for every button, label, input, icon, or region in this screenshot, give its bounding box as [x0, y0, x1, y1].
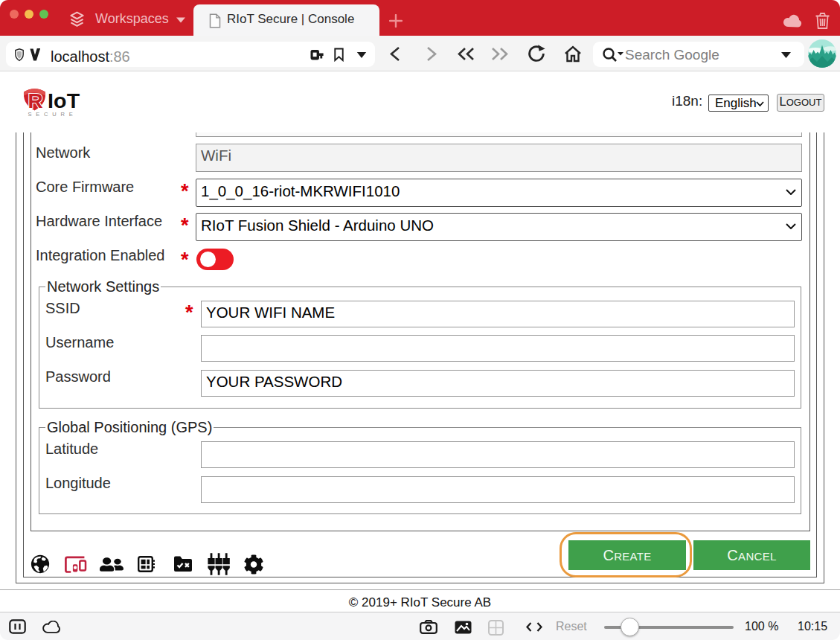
- svg-text:SECURE: SECURE: [28, 111, 77, 118]
- svg-text:IoT: IoT: [48, 89, 80, 112]
- svg-text:R: R: [28, 89, 43, 112]
